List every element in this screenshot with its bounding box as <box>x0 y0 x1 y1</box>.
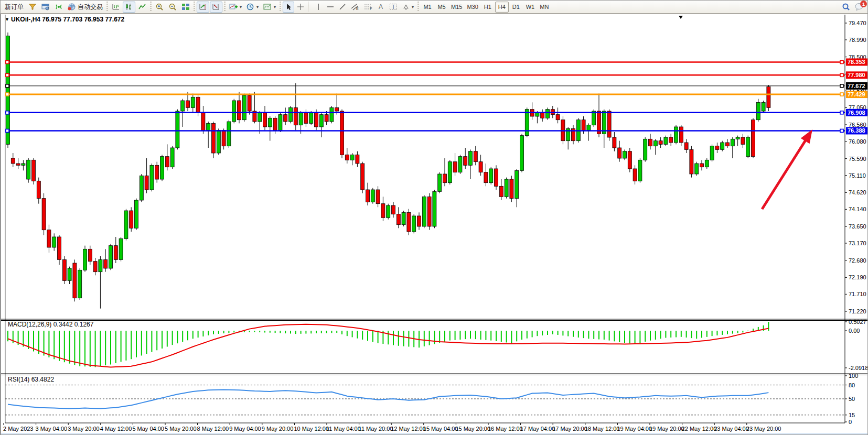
bear-candle[interactable] <box>196 97 200 113</box>
add-indicator-button[interactable]: ▾ <box>227 2 244 13</box>
timeframe-button-m30[interactable]: M30 <box>465 2 480 13</box>
bull-candle[interactable] <box>217 130 220 153</box>
bear-candle[interactable] <box>484 172 488 183</box>
market-watch-button[interactable] <box>26 2 39 13</box>
bear-candle[interactable] <box>284 115 287 122</box>
hline-right-handle[interactable] <box>840 84 843 88</box>
bull-candle[interactable] <box>520 136 524 171</box>
bull-candle[interactable] <box>124 211 128 238</box>
hline-left-handle[interactable] <box>6 111 9 114</box>
bull-candle[interactable] <box>242 95 246 120</box>
timeframe-button-m1[interactable]: M1 <box>421 2 434 13</box>
zoom-out-button[interactable] <box>166 2 179 13</box>
bar-chart-type-button[interactable] <box>110 2 122 13</box>
bull-candle[interactable] <box>176 111 179 148</box>
bear-candle[interactable] <box>479 162 483 172</box>
bear-candle[interactable] <box>659 141 662 145</box>
bull-candle[interactable] <box>587 125 591 130</box>
cursor-tool-button[interactable] <box>283 2 294 13</box>
hline-left-handle[interactable] <box>6 84 9 88</box>
auto-scroll-button[interactable] <box>197 2 209 13</box>
period-button[interactable]: ▾ <box>244 2 261 13</box>
bear-candle[interactable] <box>186 101 190 107</box>
text-tool-button[interactable]: A <box>375 2 387 13</box>
bear-candle[interactable] <box>453 162 457 172</box>
bear-candle[interactable] <box>381 204 385 218</box>
bull-candle[interactable] <box>350 155 354 160</box>
bear-candle[interactable] <box>474 151 477 162</box>
bear-candle[interactable] <box>58 237 61 259</box>
bear-candle[interactable] <box>669 137 673 143</box>
hline-right-handle[interactable] <box>840 60 843 63</box>
hline-left-handle[interactable] <box>6 60 9 63</box>
bear-candle[interactable] <box>679 127 683 143</box>
bull-candle[interactable] <box>68 268 71 280</box>
bear-candle[interactable] <box>165 157 169 167</box>
bull-candle[interactable] <box>653 141 657 146</box>
bear-candle[interactable] <box>427 197 431 226</box>
notifications-button[interactable]: 1 <box>853 2 866 13</box>
bull-candle[interactable] <box>412 216 416 232</box>
bull-candle[interactable] <box>78 270 82 298</box>
bull-candle[interactable] <box>762 102 765 111</box>
bear-candle[interactable] <box>273 118 277 130</box>
bear-candle[interactable] <box>11 158 15 164</box>
timeframe-button-mn[interactable]: MN <box>538 2 551 13</box>
hline-right-handle[interactable] <box>840 129 843 132</box>
bull-candle[interactable] <box>402 212 405 224</box>
hline-left-handle[interactable] <box>6 73 9 77</box>
bull-candle[interactable] <box>422 197 426 226</box>
bull-candle[interactable] <box>469 151 473 166</box>
fibonacci-tool-button[interactable]: F <box>362 2 374 13</box>
hline-left-handle[interactable] <box>6 129 9 132</box>
bear-candle[interactable] <box>613 137 616 148</box>
hline-right-handle[interactable] <box>840 111 843 114</box>
data-window-button[interactable] <box>39 2 52 13</box>
bear-candle[interactable] <box>73 263 77 298</box>
bear-candle[interactable] <box>340 111 344 155</box>
bull-candle[interactable] <box>736 137 740 139</box>
bull-candle[interactable] <box>623 151 627 158</box>
bear-candle[interactable] <box>93 262 97 272</box>
bear-candle[interactable] <box>700 164 704 167</box>
bull-candle[interactable] <box>299 113 303 125</box>
bear-candle[interactable] <box>104 259 108 268</box>
bull-candle[interactable] <box>546 110 550 118</box>
bear-candle[interactable] <box>114 246 117 260</box>
bull-candle[interactable] <box>746 137 750 157</box>
bull-candle[interactable] <box>227 122 231 146</box>
bear-candle[interactable] <box>335 107 339 111</box>
bear-candle[interactable] <box>212 123 216 153</box>
bull-candle[interactable] <box>27 160 30 179</box>
bear-candle[interactable] <box>345 155 349 160</box>
bear-candle[interactable] <box>397 214 400 225</box>
timeframe-button-m15[interactable]: M15 <box>449 2 464 13</box>
bull-candle[interactable] <box>99 259 102 271</box>
bear-candle[interactable] <box>407 212 411 232</box>
bear-candle[interactable] <box>248 95 251 111</box>
bear-candle[interactable] <box>690 149 693 174</box>
bull-candle[interactable] <box>22 164 25 165</box>
bull-candle[interactable] <box>309 113 313 123</box>
bull-candle[interactable] <box>705 160 709 167</box>
bull-candle[interactable] <box>638 160 642 181</box>
bull-candle[interactable] <box>6 36 10 145</box>
bear-candle[interactable] <box>582 120 585 130</box>
bear-candle[interactable] <box>88 249 92 261</box>
bear-candle[interactable] <box>32 160 36 181</box>
bull-candle[interactable] <box>644 139 647 160</box>
bull-candle[interactable] <box>330 107 334 122</box>
chart-canvas[interactable]: 79.47078.99078.50078.01077.53077.05076.5… <box>1 14 868 435</box>
bear-candle[interactable] <box>42 199 46 230</box>
new-order-button[interactable]: 新订单 <box>3 2 26 13</box>
candlestick-chart-type-button[interactable] <box>123 2 135 13</box>
bear-candle[interactable] <box>726 143 730 146</box>
bear-candle[interactable] <box>556 115 560 120</box>
horizontal-line-tool-button[interactable] <box>325 2 336 13</box>
bull-candle[interactable] <box>140 176 143 200</box>
hline-right-handle[interactable] <box>840 73 843 77</box>
bull-candle[interactable] <box>258 113 262 122</box>
bear-candle[interactable] <box>741 137 745 144</box>
bull-candle[interactable] <box>191 97 195 107</box>
bull-candle[interactable] <box>489 169 493 183</box>
